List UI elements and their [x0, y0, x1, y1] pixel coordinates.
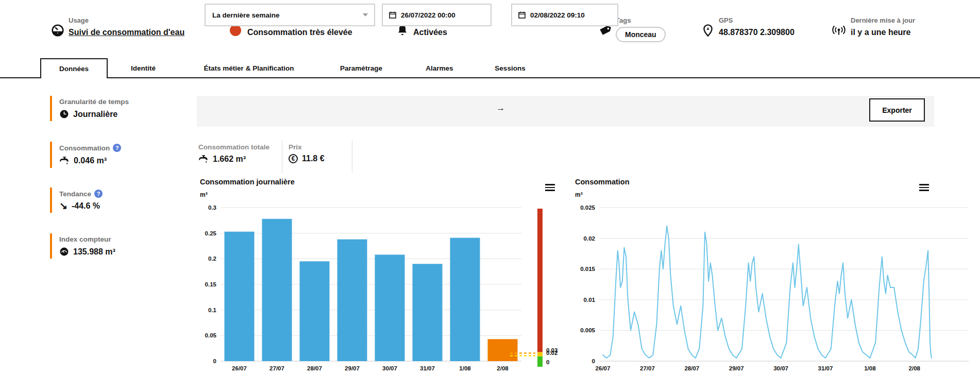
last-update-label: Dernière mise à jour — [851, 16, 915, 24]
tab-etats-planification[interactable]: États métier & Planification — [179, 58, 319, 78]
sidebar-item-meter-index: Index compteur 135.988 m³ — [50, 233, 168, 259]
date-from-value: 26/07/2022 00:00 — [401, 11, 455, 19]
trend-down-icon: ↘ — [59, 202, 67, 210]
alarms-value: Activées — [413, 28, 447, 37]
tag-chip[interactable]: Monceau — [616, 27, 666, 42]
svg-text:28/07: 28/07 — [307, 365, 322, 371]
period-select[interactable]: La dernière semaine — [205, 4, 375, 26]
svg-text:0.1: 0.1 — [208, 307, 217, 313]
line-chart-unit: m³ — [575, 191, 583, 198]
svg-text:26/07: 26/07 — [596, 365, 611, 371]
map-pin-icon — [701, 24, 715, 37]
price-stat: Prix € 11.8 € — [289, 143, 325, 163]
meter-index-value: 135.988 m³ — [73, 247, 115, 257]
trend-value: -44.6 % — [72, 201, 100, 211]
sidebar-item-granularity: Granularité de temps Journalière — [50, 96, 168, 121]
svg-text:29/07: 29/07 — [345, 365, 360, 371]
tab-identite[interactable]: Identité — [108, 58, 179, 78]
clock-icon — [59, 109, 69, 119]
bar-chart-menu-icon[interactable] — [545, 184, 555, 191]
svg-text:0.05: 0.05 — [205, 332, 217, 338]
trend-label: Tendance? — [59, 190, 168, 198]
filter-bar — [197, 96, 934, 127]
svg-text:0.01: 0.01 — [584, 297, 596, 303]
total-consumption-label: Consommation totale — [198, 143, 269, 151]
consumption-line-chart: 00.0050.010.0150.020.02526/0727/0728/072… — [567, 203, 980, 381]
price-label: Prix — [289, 143, 325, 151]
tab-parametrage[interactable]: Paramétrage — [319, 58, 403, 78]
svg-text:0.3: 0.3 — [208, 205, 216, 211]
svg-text:1/08: 1/08 — [864, 365, 876, 371]
svg-text:0: 0 — [546, 359, 549, 365]
meter-icon — [59, 247, 69, 257]
price-value: 11.8 € — [302, 154, 325, 163]
svg-text:0.02: 0.02 — [584, 235, 595, 242]
svg-text:30/07: 30/07 — [773, 365, 788, 371]
date-to-value: 02/08/2022 09:10 — [530, 11, 585, 19]
gps-value: 48.878370 2.309800 — [719, 28, 795, 37]
euro-icon: € — [289, 154, 298, 163]
svg-text:0.25: 0.25 — [205, 230, 217, 236]
line-chart-menu-icon[interactable] — [919, 184, 929, 191]
help-icon[interactable]: ? — [94, 190, 103, 198]
tab-donnees[interactable]: Données — [40, 58, 108, 78]
meter-index-label: Index compteur — [59, 235, 168, 243]
consumption-label: Consommation? — [59, 144, 168, 152]
svg-text:27/07: 27/07 — [269, 365, 284, 371]
tab-alarmes[interactable]: Alarmes — [403, 58, 476, 78]
svg-text:2/08: 2/08 — [497, 365, 509, 371]
svg-text:0.025: 0.025 — [580, 205, 595, 211]
calendar-icon — [388, 11, 397, 19]
svg-text:31/07: 31/07 — [818, 365, 833, 371]
bar-chart-title: Consommation journalière — [200, 178, 295, 186]
sidebar-item-trend: Tendance? ↘ -44.6 % — [50, 188, 168, 213]
bar-chart-unit: m³ — [200, 191, 208, 198]
usage-label: Usage — [69, 16, 89, 24]
faucet-icon — [59, 156, 70, 166]
gps-label: GPS — [719, 16, 733, 24]
svg-text:0.005: 0.005 — [580, 327, 595, 333]
antenna-signal-icon — [831, 24, 847, 37]
state-dot-icon — [230, 25, 241, 36]
usage-link[interactable]: Suivi de consommation d'eau — [69, 28, 184, 37]
water-meter-icon — [51, 24, 64, 37]
svg-text:30/07: 30/07 — [382, 365, 397, 371]
svg-text:0.2: 0.2 — [208, 256, 216, 262]
chevron-down-icon — [363, 13, 368, 16]
period-select-value: La dernière semaine — [212, 11, 280, 19]
faucet-icon — [198, 154, 209, 164]
tab-sessions[interactable]: Sessions — [476, 58, 545, 78]
calendar-icon — [518, 11, 526, 19]
svg-text:29/07: 29/07 — [729, 365, 744, 371]
arrow-right-icon: → — [496, 103, 505, 113]
sidebar-item-consumption: Consommation? 0.046 m³ — [50, 142, 168, 168]
state-value: Consommation très élevée — [247, 28, 352, 37]
help-icon[interactable]: ? — [113, 144, 121, 152]
last-update-value: il y a une heure — [851, 28, 910, 37]
svg-text:31/07: 31/07 — [420, 365, 435, 371]
consumption-value: 0.046 m³ — [74, 156, 107, 165]
total-consumption-value: 1.662 m³ — [213, 155, 246, 164]
svg-text:0: 0 — [592, 358, 595, 364]
date-to-input[interactable]: 02/08/2022 09:10 — [511, 4, 618, 26]
svg-text:0.15: 0.15 — [205, 281, 217, 287]
svg-text:27/07: 27/07 — [640, 365, 655, 371]
granularity-value: Journalière — [73, 110, 117, 119]
svg-text:2/08: 2/08 — [909, 365, 921, 371]
daily-consumption-bar-chart: 00.050.10.150.20.250.326/0727/0728/0729/… — [196, 203, 577, 381]
svg-text:26/07: 26/07 — [232, 365, 247, 371]
granularity-label: Granularité de temps — [59, 98, 168, 106]
svg-text:0.015: 0.015 — [580, 266, 595, 272]
svg-text:28/07: 28/07 — [684, 365, 699, 371]
svg-text:0: 0 — [213, 358, 216, 364]
svg-text:1/08: 1/08 — [459, 365, 471, 371]
stats-divider — [282, 140, 282, 173]
export-button[interactable]: Exporter — [869, 98, 925, 122]
stats-divider — [352, 140, 352, 173]
total-consumption-stat: Consommation totale 1.662 m³ — [198, 143, 269, 164]
svg-text:0.02: 0.02 — [546, 350, 557, 356]
date-from-input[interactable]: 26/07/2022 00:00 — [382, 4, 492, 26]
line-chart-title: Consommation — [575, 178, 630, 186]
